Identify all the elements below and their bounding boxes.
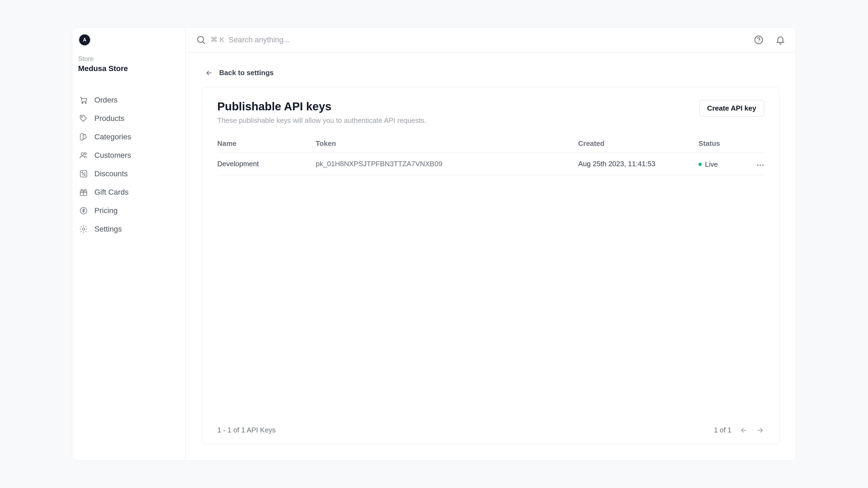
arrow-left-icon [205, 69, 213, 77]
card-footer: 1 - 1 of 1 API Keys 1 of 1 [202, 418, 779, 444]
pager: 1 of 1 [714, 426, 764, 434]
sidebar-item-label: Discounts [94, 169, 128, 178]
main: ⌘ K Back to settings Publishab [186, 27, 796, 461]
pager-prev-button[interactable] [740, 426, 748, 434]
search-kbd-hint: ⌘ K [211, 35, 224, 44]
api-keys-card: Publishable API keys These publishable k… [202, 87, 780, 444]
gift-icon [79, 188, 88, 197]
column-header-token: Token [316, 133, 578, 153]
sidebar-item-categories[interactable]: Categories [78, 128, 179, 146]
sidebar-item-customers[interactable]: Customers [78, 146, 179, 165]
page-title: Publishable API keys [217, 100, 426, 113]
footer-page-text: 1 of 1 [714, 426, 732, 434]
svg-point-1 [85, 102, 86, 104]
api-keys-table: Name Token Created Status Development pk… [217, 133, 764, 175]
cart-icon [79, 96, 88, 104]
status-dot-icon [699, 163, 702, 166]
avatar[interactable]: A [78, 33, 91, 46]
svg-point-3 [81, 153, 84, 155]
status-text: Live [705, 160, 718, 169]
svg-point-0 [82, 102, 83, 104]
swatch-icon [79, 133, 88, 141]
sidebar-item-products[interactable]: Products [78, 109, 179, 128]
column-header-actions [742, 133, 764, 153]
column-header-name: Name [217, 133, 316, 153]
sidebar-item-gift-cards[interactable]: Gift Cards [78, 183, 179, 201]
svg-point-4 [84, 153, 86, 155]
footer-range-text: 1 - 1 of 1 API Keys [217, 426, 276, 434]
row-actions-button[interactable] [756, 160, 764, 168]
sidebar-item-orders[interactable]: Orders [78, 91, 179, 109]
sidebar-item-discounts[interactable]: Discounts [78, 165, 179, 183]
app-frame: A Store Medusa Store Orders Products Cat… [72, 27, 796, 461]
notifications-button[interactable] [775, 35, 785, 45]
back-to-settings-link[interactable]: Back to settings [202, 69, 780, 77]
currency-icon [79, 206, 88, 215]
nav-list: Orders Products Categories Customers Dis… [78, 91, 179, 238]
percent-icon [79, 169, 88, 178]
sidebar-item-label: Orders [94, 96, 118, 104]
card-header: Publishable API keys These publishable k… [202, 87, 779, 133]
table-row[interactable]: Development pk_01H8NXPSJTPFBN3TTZA7VNXB0… [217, 153, 764, 175]
cell-status: Live [699, 153, 742, 175]
create-api-key-button[interactable]: Create API key [699, 100, 764, 117]
sidebar-item-label: Pricing [94, 206, 118, 215]
help-button[interactable] [753, 35, 764, 45]
sidebar-item-label: Settings [94, 225, 122, 233]
cell-name: Development [217, 153, 316, 175]
sidebar-item-settings[interactable]: Settings [78, 220, 179, 238]
svg-point-11 [197, 36, 204, 42]
tag-icon [79, 114, 88, 123]
search-icon [196, 35, 206, 45]
pager-next-button[interactable] [756, 426, 764, 434]
page-subtitle: These publishable keys will allow you to… [217, 116, 426, 125]
users-icon [79, 151, 88, 160]
sidebar-item-label: Gift Cards [94, 188, 129, 197]
svg-point-10 [83, 228, 85, 230]
help-icon [753, 35, 764, 45]
bell-icon [775, 35, 785, 45]
topbar-actions [753, 35, 785, 45]
svg-point-7 [84, 174, 85, 175]
column-header-status: Status [699, 133, 742, 153]
sidebar-item-label: Categories [94, 133, 131, 141]
store-label: Store [78, 55, 179, 63]
status-badge: Live [699, 160, 718, 169]
svg-point-6 [82, 172, 83, 173]
cell-token: pk_01H8NXPSJTPFBN3TTZA7VNXB09 [316, 153, 578, 175]
sidebar-item-label: Customers [94, 151, 131, 160]
search-wrap[interactable]: ⌘ K [196, 35, 750, 45]
svg-point-13 [758, 41, 759, 42]
table-wrap: Name Token Created Status Development pk… [202, 133, 779, 175]
topbar: ⌘ K [186, 27, 796, 52]
back-link-label: Back to settings [219, 69, 274, 77]
svg-point-15 [760, 164, 761, 166]
svg-point-16 [762, 164, 764, 166]
cell-created: Aug 25th 2023, 11:41:53 [578, 153, 699, 175]
sidebar-item-label: Products [94, 114, 124, 123]
store-name: Medusa Store [78, 64, 179, 73]
content: Back to settings Publishable API keys Th… [186, 52, 796, 461]
sidebar: A Store Medusa Store Orders Products Cat… [72, 27, 186, 461]
column-header-created: Created [578, 133, 699, 153]
search-input[interactable] [229, 35, 750, 44]
ellipsis-icon [756, 164, 764, 166]
svg-point-2 [82, 116, 82, 117]
gear-icon [79, 225, 88, 233]
svg-point-14 [757, 164, 758, 166]
sidebar-item-pricing[interactable]: Pricing [78, 201, 179, 220]
